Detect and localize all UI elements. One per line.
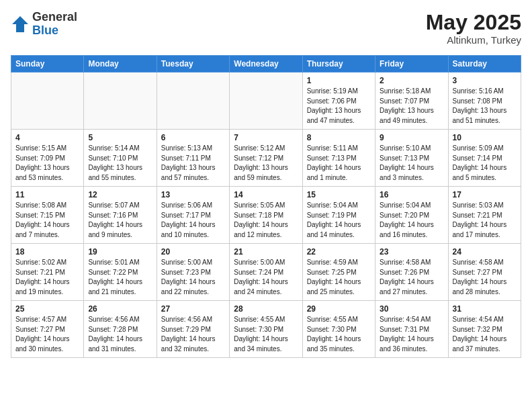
day-number: 10 — [453, 133, 517, 142]
calendar-subtitle: Altinkum, Turkey — [426, 34, 521, 46]
week-row-4: 18Sunrise: 5:02 AMSunset: 7:21 PMDayligh… — [11, 244, 521, 301]
day-number: 29 — [307, 304, 371, 314]
weekday-header-saturday: Saturday — [448, 56, 521, 73]
calendar-cell: 30Sunrise: 4:54 AMSunset: 7:31 PMDayligh… — [375, 301, 448, 358]
day-number: 26 — [88, 304, 152, 314]
week-row-2: 4Sunrise: 5:15 AMSunset: 7:09 PMDaylight… — [11, 130, 521, 187]
calendar-cell: 8Sunrise: 5:11 AMSunset: 7:13 PMDaylight… — [302, 130, 375, 187]
day-info: Sunrise: 4:58 AMSunset: 7:27 PMDaylight:… — [453, 258, 517, 297]
day-number: 16 — [380, 190, 443, 199]
calendar-cell: 16Sunrise: 5:04 AMSunset: 7:20 PMDayligh… — [375, 187, 448, 244]
day-number: 11 — [15, 190, 79, 199]
weekday-header-monday: Monday — [84, 56, 157, 73]
day-number: 20 — [161, 247, 225, 257]
calendar-cell: 22Sunrise: 4:59 AMSunset: 7:25 PMDayligh… — [302, 244, 375, 301]
day-info: Sunrise: 5:16 AMSunset: 7:08 PMDaylight:… — [453, 87, 517, 126]
calendar-cell: 25Sunrise: 4:57 AMSunset: 7:27 PMDayligh… — [11, 301, 84, 358]
calendar-cell: 7Sunrise: 5:12 AMSunset: 7:12 PMDaylight… — [230, 130, 302, 187]
day-info: Sunrise: 5:00 AMSunset: 7:24 PMDaylight:… — [234, 258, 298, 297]
day-number: 18 — [15, 247, 79, 257]
day-number: 23 — [380, 247, 443, 257]
logo: General Blue — [11, 11, 77, 38]
day-info: Sunrise: 5:13 AMSunset: 7:11 PMDaylight:… — [161, 144, 225, 183]
day-info: Sunrise: 5:02 AMSunset: 7:21 PMDaylight:… — [15, 258, 79, 297]
weekday-header-friday: Friday — [375, 56, 448, 73]
day-info: Sunrise: 5:14 AMSunset: 7:10 PMDaylight:… — [88, 144, 152, 183]
title-block: May 2025 Altinkum, Turkey — [426, 11, 521, 46]
calendar-cell: 29Sunrise: 4:55 AMSunset: 7:30 PMDayligh… — [302, 301, 375, 358]
day-number: 25 — [15, 304, 79, 314]
day-info: Sunrise: 5:04 AMSunset: 7:20 PMDaylight:… — [380, 201, 443, 240]
day-number: 17 — [453, 190, 517, 199]
day-info: Sunrise: 5:10 AMSunset: 7:13 PMDaylight:… — [380, 144, 443, 183]
calendar-cell: 1Sunrise: 5:19 AMSunset: 7:06 PMDaylight… — [302, 73, 375, 130]
day-info: Sunrise: 5:15 AMSunset: 7:09 PMDaylight:… — [15, 144, 79, 183]
day-info: Sunrise: 5:12 AMSunset: 7:12 PMDaylight:… — [234, 144, 298, 183]
calendar-cell: 15Sunrise: 5:04 AMSunset: 7:19 PMDayligh… — [302, 187, 375, 244]
day-number: 15 — [307, 190, 371, 199]
calendar-cell: 28Sunrise: 4:55 AMSunset: 7:30 PMDayligh… — [230, 301, 302, 358]
day-number: 8 — [307, 133, 371, 142]
day-number: 13 — [161, 190, 225, 199]
day-number: 28 — [234, 304, 298, 314]
day-number: 2 — [380, 76, 443, 85]
day-info: Sunrise: 4:56 AMSunset: 7:29 PMDaylight:… — [161, 315, 225, 354]
day-info: Sunrise: 4:54 AMSunset: 7:31 PMDaylight:… — [380, 315, 443, 354]
day-info: Sunrise: 5:00 AMSunset: 7:23 PMDaylight:… — [161, 258, 225, 297]
weekday-header-thursday: Thursday — [302, 56, 375, 73]
day-info: Sunrise: 5:05 AMSunset: 7:18 PMDaylight:… — [234, 201, 298, 240]
calendar-cell: 11Sunrise: 5:08 AMSunset: 7:15 PMDayligh… — [11, 187, 84, 244]
day-info: Sunrise: 4:56 AMSunset: 7:28 PMDaylight:… — [88, 315, 152, 354]
day-number: 27 — [161, 304, 225, 314]
day-number: 3 — [453, 76, 517, 85]
day-info: Sunrise: 5:06 AMSunset: 7:17 PMDaylight:… — [161, 201, 225, 240]
calendar-cell: 10Sunrise: 5:09 AMSunset: 7:14 PMDayligh… — [448, 130, 521, 187]
day-number: 19 — [88, 247, 152, 257]
calendar-cell: 12Sunrise: 5:07 AMSunset: 7:16 PMDayligh… — [84, 187, 157, 244]
day-info: Sunrise: 4:54 AMSunset: 7:32 PMDaylight:… — [453, 315, 517, 354]
weekday-header-wednesday: Wednesday — [230, 56, 302, 73]
logo-general-text: General — [32, 10, 77, 24]
day-info: Sunrise: 5:07 AMSunset: 7:16 PMDaylight:… — [88, 201, 152, 240]
day-number: 24 — [453, 247, 517, 257]
calendar-cell: 19Sunrise: 5:01 AMSunset: 7:22 PMDayligh… — [84, 244, 157, 301]
calendar-cell: 20Sunrise: 5:00 AMSunset: 7:23 PMDayligh… — [157, 244, 229, 301]
day-number: 6 — [161, 133, 225, 142]
calendar-cell: 5Sunrise: 5:14 AMSunset: 7:10 PMDaylight… — [84, 130, 157, 187]
week-row-3: 11Sunrise: 5:08 AMSunset: 7:15 PMDayligh… — [11, 187, 521, 244]
calendar-cell: 3Sunrise: 5:16 AMSunset: 7:08 PMDaylight… — [448, 73, 521, 130]
day-number: 7 — [234, 133, 298, 142]
day-number: 22 — [307, 247, 371, 257]
weekday-header-tuesday: Tuesday — [157, 56, 229, 73]
calendar-cell: 2Sunrise: 5:18 AMSunset: 7:07 PMDaylight… — [375, 73, 448, 130]
day-info: Sunrise: 5:09 AMSunset: 7:14 PMDaylight:… — [453, 144, 517, 183]
calendar-cell: 6Sunrise: 5:13 AMSunset: 7:11 PMDaylight… — [157, 130, 229, 187]
calendar-cell — [157, 73, 229, 130]
day-number: 12 — [88, 190, 152, 199]
calendar-cell: 24Sunrise: 4:58 AMSunset: 7:27 PMDayligh… — [448, 244, 521, 301]
calendar-cell: 21Sunrise: 5:00 AMSunset: 7:24 PMDayligh… — [230, 244, 302, 301]
calendar-cell: 4Sunrise: 5:15 AMSunset: 7:09 PMDaylight… — [11, 130, 84, 187]
day-info: Sunrise: 5:04 AMSunset: 7:19 PMDaylight:… — [307, 201, 371, 240]
calendar-cell: 23Sunrise: 4:58 AMSunset: 7:26 PMDayligh… — [375, 244, 448, 301]
calendar-cell: 9Sunrise: 5:10 AMSunset: 7:13 PMDaylight… — [375, 130, 448, 187]
day-info: Sunrise: 4:55 AMSunset: 7:30 PMDaylight:… — [234, 315, 298, 354]
logo-icon — [11, 15, 30, 34]
calendar-cell: 31Sunrise: 4:54 AMSunset: 7:32 PMDayligh… — [448, 301, 521, 358]
day-number: 31 — [453, 304, 517, 314]
day-info: Sunrise: 5:11 AMSunset: 7:13 PMDaylight:… — [307, 144, 371, 183]
day-number: 4 — [15, 133, 79, 142]
calendar-cell: 14Sunrise: 5:05 AMSunset: 7:18 PMDayligh… — [230, 187, 302, 244]
day-info: Sunrise: 4:55 AMSunset: 7:30 PMDaylight:… — [307, 315, 371, 354]
calendar-cell — [84, 73, 157, 130]
calendar-cell: 26Sunrise: 4:56 AMSunset: 7:28 PMDayligh… — [84, 301, 157, 358]
calendar-cell: 27Sunrise: 4:56 AMSunset: 7:29 PMDayligh… — [157, 301, 229, 358]
day-number: 30 — [380, 304, 443, 314]
calendar-cell — [11, 73, 84, 130]
day-number: 5 — [88, 133, 152, 142]
day-number: 1 — [307, 76, 371, 85]
weekday-header-row: SundayMondayTuesdayWednesdayThursdayFrid… — [11, 56, 521, 73]
calendar-cell: 17Sunrise: 5:03 AMSunset: 7:21 PMDayligh… — [448, 187, 521, 244]
day-info: Sunrise: 5:03 AMSunset: 7:21 PMDaylight:… — [453, 201, 517, 240]
day-info: Sunrise: 4:59 AMSunset: 7:25 PMDaylight:… — [307, 258, 371, 297]
